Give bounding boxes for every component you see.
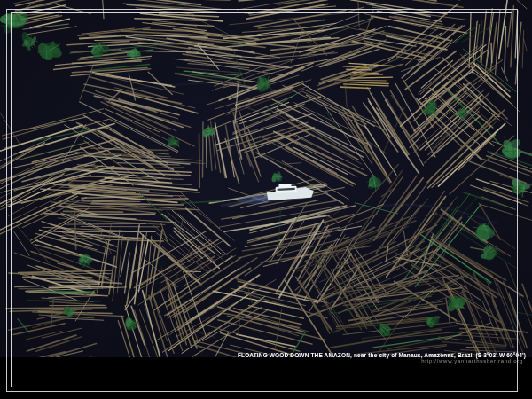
vignette <box>0 0 532 357</box>
photo-caption-block: FLOATING WOOD DOWN THE AMAZON, near the … <box>238 352 526 364</box>
photo-title: FLOATING WOOD DOWN THE AMAZON, near the … <box>238 352 526 358</box>
wallpaper: { "caption": { "title": "FLOATING WOOD D… <box>0 0 532 399</box>
boat-roof <box>278 184 291 188</box>
amazon-log-raft-photo <box>0 0 532 357</box>
aerial-photo-svg <box>0 0 532 357</box>
photo-credit-url: http://www.yannarthusbertrand.org <box>238 358 526 364</box>
